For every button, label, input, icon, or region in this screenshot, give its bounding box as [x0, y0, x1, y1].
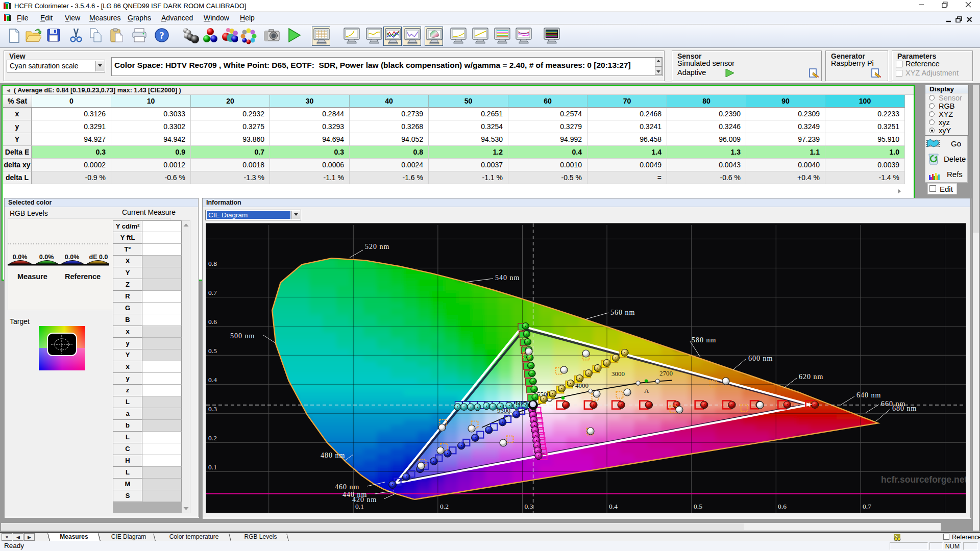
svg-text:0.5: 0.5 — [694, 503, 702, 510]
svg-text:0.7: 0.7 — [208, 289, 217, 296]
svg-text:680 nm: 680 nm — [892, 405, 917, 412]
svg-text:hcfr.sourceforge.net: hcfr.sourceforge.net — [881, 474, 966, 485]
svg-text:0.0%: 0.0% — [13, 254, 28, 261]
svg-text:0.0%: 0.0% — [39, 254, 54, 261]
svg-text:0.0%: 0.0% — [65, 254, 80, 261]
svg-text:480 nm: 480 nm — [321, 452, 345, 459]
svg-text:4000: 4000 — [575, 382, 589, 389]
svg-text:0.8: 0.8 — [208, 260, 217, 267]
svg-text:620 nm: 620 nm — [799, 373, 823, 381]
svg-text:0.4: 0.4 — [208, 376, 217, 384]
svg-text:0.6: 0.6 — [778, 503, 787, 510]
svg-text:9300: 9300 — [497, 407, 510, 414]
svg-text:0.7: 0.7 — [863, 503, 871, 510]
svg-text:580 nm: 580 nm — [692, 336, 716, 344]
svg-text:500 nm: 500 nm — [230, 332, 255, 340]
svg-text:0.5: 0.5 — [208, 347, 217, 355]
svg-text:600 nm: 600 nm — [748, 355, 773, 362]
svg-text:Measure: Measure — [17, 272, 47, 281]
svg-text:Reference: Reference — [65, 272, 101, 281]
svg-text:0.3: 0.3 — [208, 405, 217, 413]
svg-text:5500: 5500 — [537, 390, 550, 398]
svg-text:640 nm: 640 nm — [856, 391, 881, 399]
svg-text:560 nm: 560 nm — [610, 309, 635, 316]
svg-text:0.2: 0.2 — [440, 503, 449, 510]
svg-text:460 nm: 460 nm — [335, 483, 359, 491]
svg-text:?: ? — [159, 30, 164, 41]
svg-text:D65: D65 — [516, 399, 527, 407]
svg-text:0.4: 0.4 — [609, 503, 618, 510]
svg-text:0.1: 0.1 — [208, 463, 217, 471]
svg-text:dE 0.0: dE 0.0 — [89, 254, 108, 261]
svg-text:0.2: 0.2 — [208, 434, 217, 442]
svg-text:0.6: 0.6 — [208, 318, 217, 325]
svg-text:0.1: 0.1 — [355, 503, 364, 510]
svg-text:A: A — [644, 387, 649, 394]
svg-text:3000: 3000 — [611, 370, 625, 378]
svg-text:540 nm: 540 nm — [495, 274, 520, 282]
svg-text:520 nm: 520 nm — [365, 243, 389, 251]
svg-text:0.3: 0.3 — [525, 503, 533, 510]
svg-text:2700: 2700 — [659, 369, 673, 377]
